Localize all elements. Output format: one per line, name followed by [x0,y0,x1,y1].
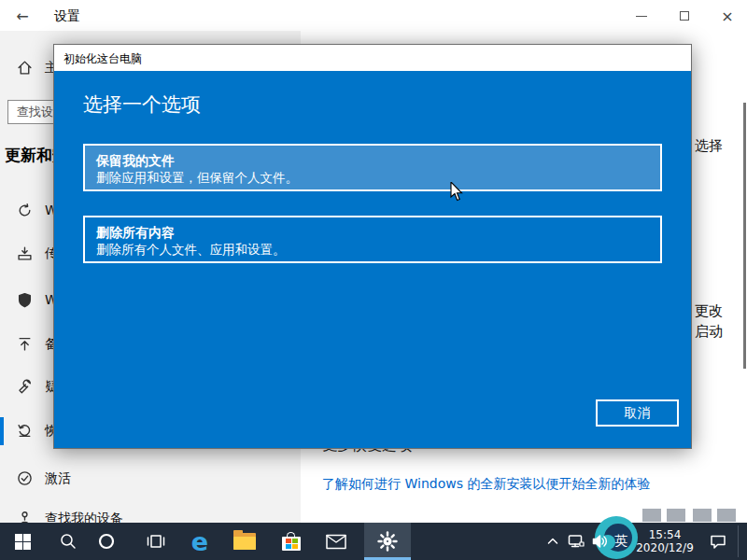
home-icon [17,60,33,76]
option-description: 删除应用和设置，但保留个人文件。 [96,169,649,186]
tray-date: 2020/12/9 [636,541,694,554]
tray-expand-button[interactable] [542,523,564,560]
wrench-icon [17,379,33,395]
sidebar-item-find-my-device[interactable]: 查找我的设备 [0,505,301,523]
sidebar-item-label: 激活 [45,470,71,487]
shield-icon [17,292,33,308]
settings-taskbar-button[interactable] [364,523,411,560]
store-button[interactable] [271,523,312,560]
delivery-optimization-icon [17,245,33,261]
content-text-fragment: 更改 [695,302,723,320]
content-text-fragment: 选择 [695,137,723,155]
gear-icon [377,531,398,552]
desktop-screen: ← 设置 × 主页 查找设置 更新和安全 Windows 更新 传递优化 [0,0,747,560]
close-button[interactable]: × [712,6,743,26]
sidebar-item-label: 查找我的设备 [45,511,123,523]
backup-icon [17,336,33,352]
windows-logo-icon [15,534,31,550]
app-title: 设置 [54,8,80,25]
input-language-label: 英 [614,533,627,550]
option-title: 删除所有内容 [96,225,649,241]
input-language-indicator[interactable]: 英 [609,523,633,560]
maximize-button[interactable] [669,6,700,26]
start-button[interactable] [0,523,45,560]
dialog-title: 初始化这台电脑 [63,51,142,67]
volume-tray-button[interactable] [588,523,611,560]
action-center-icon [710,534,726,550]
back-arrow-icon[interactable]: ← [11,7,34,26]
settings-titlebar: ← 设置 × [0,0,747,31]
option-keep-my-files[interactable]: 保留我的文件 删除应用和设置，但保留个人文件。 [83,144,662,191]
recovery-icon [17,423,33,439]
mail-icon [326,534,346,550]
person-pin-icon [17,511,33,523]
show-desktop-divider[interactable] [738,525,739,557]
file-explorer-button[interactable] [224,523,265,560]
mail-button[interactable] [316,523,357,560]
option-remove-everything[interactable]: 删除所有内容 删除所有个人文件、应用和设置。 [83,216,662,263]
mouse-cursor [450,182,463,202]
maximize-icon [680,11,689,21]
chevron-up-icon [546,535,559,548]
sync-icon [17,203,33,218]
minimize-button[interactable] [626,6,657,26]
content-text-fragment: 启动 [695,323,723,341]
watermark-block [693,509,712,522]
learn-more-link[interactable]: 了解如何进行 Windows 的全新安装以便开始全新的体验 [322,476,650,493]
speaker-icon [592,534,608,549]
vertical-scrollbar[interactable] [743,103,746,369]
folder-icon [233,533,256,550]
option-description: 删除所有个人文件、应用和设置。 [96,241,649,258]
tray-clock[interactable]: 15:54 2020/12/9 [635,523,695,560]
task-view-button[interactable] [136,523,176,560]
taskbar-search-button[interactable] [49,523,88,560]
watermark-block [642,509,661,522]
watermark-block [717,509,736,522]
check-circle-icon [17,470,33,486]
network-tray-button[interactable] [564,523,588,560]
option-title: 保留我的文件 [96,153,649,169]
action-center-button[interactable] [700,523,736,560]
edge-button[interactable]: e [179,523,220,560]
cortana-icon [97,532,116,551]
minimize-icon [636,16,647,17]
network-icon [568,534,585,549]
selected-item-accent-bar [0,417,4,445]
dialog-heading: 选择一个选项 [83,91,201,118]
cancel-button[interactable]: 取消 [596,399,679,427]
dialog-titlebar: 初始化这台电脑 [54,45,691,71]
reset-pc-dialog: 初始化这台电脑 选择一个选项 保留我的文件 删除应用和设置，但保留个人文件。 删… [53,44,692,449]
tray-time: 15:54 [649,528,682,541]
edge-icon: e [191,529,208,554]
search-icon [59,532,78,551]
task-view-icon [146,532,166,551]
sidebar-item-activation[interactable]: 激活 [0,465,301,493]
cortana-button[interactable] [88,523,125,560]
watermark-block [667,509,685,522]
store-icon [282,532,301,551]
